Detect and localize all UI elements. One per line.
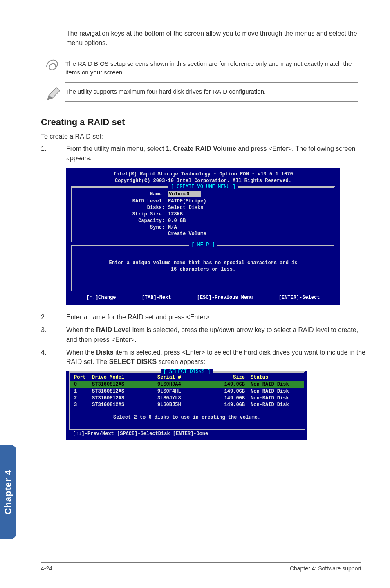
step-1: 1. From the utility main menu, select 1.…: [41, 144, 365, 163]
key-change: [↑↓]Change: [87, 294, 116, 301]
disk-row[interactable]: 1 ST3160812AS 9LS0F4HL 149.0GB Non-RAID …: [70, 388, 304, 395]
pencil-icon: [41, 83, 65, 103]
cell-status: Non-RAID Disk: [251, 381, 300, 388]
cell-status: Non-RAID Disk: [251, 388, 300, 395]
cell-model: ST3160812AS: [92, 395, 157, 402]
step-bold: 1. Create RAID Volume: [166, 145, 236, 152]
bios-help-label: [ HELP ]: [189, 242, 217, 248]
cell-port: 2: [74, 395, 92, 402]
cell-size: 149.0GB: [214, 402, 251, 408]
bios-frame-create: [ CREATE VOLUME MENU ] Name:Volume0 RAID…: [71, 186, 335, 242]
bios2-frame-label: [ SELECT DISKS ]: [161, 369, 213, 375]
field-strip-value[interactable]: 128KB: [168, 211, 183, 218]
step-text: Enter a name for the RAID set and press …: [66, 312, 365, 322]
chapter-footer-title: Chapter 4: Software support: [290, 565, 361, 572]
cell-size: 149.0GB: [214, 381, 251, 388]
step-number: 2.: [41, 312, 66, 322]
field-sync-label: Sync:: [78, 224, 168, 231]
bios-frame-help: [ HELP ] Enter a unique volume name that…: [71, 245, 335, 291]
cell-serial: 9LS0F4HL: [157, 388, 214, 395]
cell-model: ST3160812AS: [92, 402, 157, 408]
note-row-2: The utility supports maximum four hard d…: [41, 83, 358, 103]
paperclip-icon: [41, 55, 65, 74]
footer-rule: [41, 562, 361, 563]
field-disks-label: Disks:: [78, 204, 168, 211]
disk-row[interactable]: 2 ST3160812AS 3LS0JYL8 149.0GB Non-RAID …: [70, 395, 304, 402]
chapter-side-label: Chapter 4: [3, 469, 13, 514]
step-number: 3.: [41, 325, 66, 344]
lead-text: To create a RAID set:: [41, 132, 365, 141]
bios-frame-label: [ CREATE VOLUME MENU ]: [168, 184, 238, 190]
step-text: screen appears:: [157, 358, 205, 365]
step-bold: RAID Level: [96, 326, 130, 333]
intro-paragraph: The navigation keys at the bottom of the…: [66, 29, 365, 47]
bios-help-line2: 16 characters or less.: [82, 266, 324, 273]
key-tab-next: [TAB]-Next: [142, 294, 171, 301]
key-esc-prev: [ESC]-Previous Menu: [197, 294, 253, 301]
bios-screen-create-volume: Intel(R) Rapid Storage Technology - Opti…: [66, 168, 340, 305]
note-text-1: The RAID BIOS setup screens shown in thi…: [65, 55, 358, 83]
cell-port: 1: [74, 388, 92, 395]
field-raid-value[interactable]: RAID0(Stripe): [168, 198, 206, 204]
cell-status: Non-RAID Disk: [251, 402, 300, 408]
cell-model: ST3160812AS: [92, 381, 157, 388]
step-text: When the: [66, 326, 96, 333]
bios2-help-text: Select 2 to 6 disks to use in creating t…: [70, 408, 304, 426]
bios-screen-select-disks: [ SELECT DISKS ] Port Drive Model Serial…: [66, 371, 307, 440]
cell-port: 3: [74, 402, 92, 408]
create-volume-action[interactable]: Create Volume: [168, 231, 206, 237]
disk-row[interactable]: 3 ST3160812AS 9LS0BJ5H 149.0GB Non-RAID …: [70, 402, 304, 408]
step-bold: SELECT DISKS: [109, 358, 157, 365]
cell-serial: 9LS0HJA4: [157, 381, 214, 388]
field-sync-value: N/A: [168, 224, 177, 231]
cell-size: 149.0GB: [214, 395, 251, 402]
cell-serial: 3LS0JYL8: [157, 395, 214, 402]
note-text-2: The utility supports maximum four hard d…: [65, 83, 358, 102]
step-number: 1.: [41, 144, 66, 163]
field-name-value[interactable]: Volume0: [168, 191, 201, 197]
cell-status: Non-RAID Disk: [251, 395, 300, 402]
disk-row[interactable]: 0 ST3160812AS 9LS0HJA4 149.0GB Non-RAID …: [70, 381, 304, 388]
cell-serial: 9LS0BJ5H: [157, 402, 214, 408]
cell-size: 149.0GB: [214, 388, 251, 395]
bios-footer-keys: [↑↓]Change [TAB]-Next [ESC]-Previous Men…: [66, 291, 340, 305]
bios-title-line2: Copyright(C) 2003-10 Intel Corporation. …: [70, 177, 336, 184]
section-heading: Creating a RAID set: [41, 117, 365, 128]
cell-model: ST3160812AS: [92, 388, 157, 395]
cell-port: 0: [74, 381, 92, 388]
field-disks-value[interactable]: Select Disks: [168, 204, 203, 211]
bios-title-line1: Intel(R) Rapid Storage Technology - Opti…: [70, 171, 336, 177]
step-number: 4.: [41, 348, 66, 366]
bios-help-line1: Enter a unique volume name that has no s…: [82, 260, 324, 266]
step-4: 4. When the Disks item is selected, pres…: [41, 348, 365, 366]
step-3: 3. When the RAID Level item is selected,…: [41, 325, 365, 344]
field-raid-label: RAID Level:: [78, 198, 168, 204]
note-row-1: The RAID BIOS setup screens shown in thi…: [41, 55, 358, 83]
step-text: When the: [66, 349, 96, 356]
step-text: From the utility main menu, select: [66, 145, 166, 152]
chapter-side-tab: Chapter 4: [0, 445, 16, 539]
page-number: 4-24: [41, 565, 52, 572]
field-name-label: Name:: [78, 191, 168, 197]
field-capacity-value[interactable]: 0.0 GB: [168, 218, 186, 224]
bios2-footer-keys: [↑↓]-Prev/Next [SPACE]-SelectDisk [ENTER…: [66, 431, 307, 440]
field-capacity-label: Capacity:: [78, 218, 168, 224]
step-2: 2. Enter a name for the RAID set and pre…: [41, 312, 365, 322]
field-strip-label: Strip Size:: [78, 211, 168, 218]
step-bold: Disks: [96, 349, 114, 356]
key-enter-select: [ENTER]-Select: [279, 294, 320, 301]
